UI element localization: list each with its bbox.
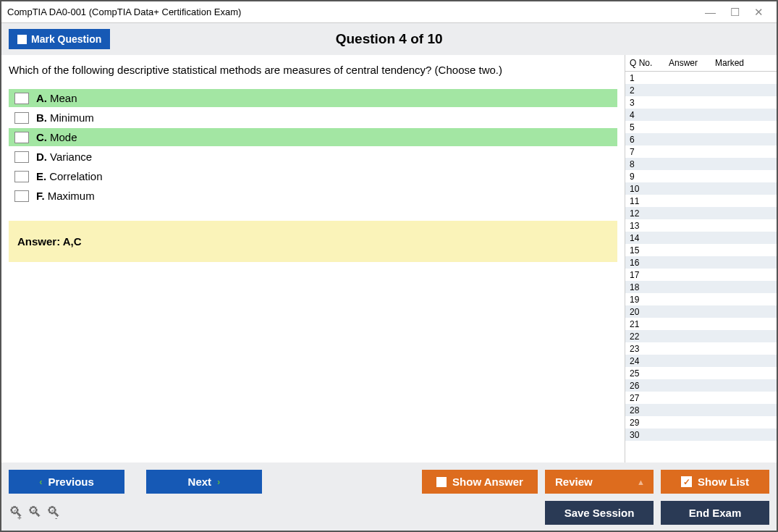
options-list: A. MeanB. MinimumC. ModeD. VarianceE. Co… xyxy=(9,89,617,205)
show-list-button[interactable]: ✓ Show List xyxy=(661,470,769,494)
sidebar-row[interactable]: 20 xyxy=(625,305,777,318)
sidebar-qno: 21 xyxy=(630,319,669,329)
sidebar-qno: 6 xyxy=(630,135,669,145)
sidebar-row[interactable]: 15 xyxy=(625,244,777,256)
option-row[interactable]: A. Mean xyxy=(9,89,617,107)
sidebar-row[interactable]: 28 xyxy=(625,404,777,416)
sidebar-rows[interactable]: 1234567891011121314151617181920212223242… xyxy=(625,72,777,463)
sidebar-row[interactable]: 4 xyxy=(625,109,777,121)
option-letter: D. xyxy=(36,151,47,163)
option-letter: F. xyxy=(36,190,45,202)
sidebar-qno: 16 xyxy=(630,258,669,268)
option-text: Correlation xyxy=(49,170,102,182)
option-checkbox[interactable] xyxy=(14,171,29,182)
sidebar-row[interactable]: 22 xyxy=(625,330,777,342)
sidebar-qno: 7 xyxy=(630,147,669,157)
next-button[interactable]: Next › xyxy=(146,470,262,494)
sidebar-row[interactable]: 7 xyxy=(625,145,777,158)
chevron-right-icon: › xyxy=(217,476,220,487)
footer-row-1: ‹ Previous Next › Show Answer Review ▲ ✓… xyxy=(9,470,769,494)
mark-question-button[interactable]: Mark Question xyxy=(9,29,110,49)
option-row[interactable]: D. Variance xyxy=(9,148,617,166)
sidebar-qno: 13 xyxy=(630,221,669,231)
option-letter: C. xyxy=(36,131,47,143)
sidebar-qno: 10 xyxy=(630,184,669,194)
option-text: Maximum xyxy=(48,190,95,202)
sidebar-qno: 2 xyxy=(630,85,669,96)
option-letter: A. xyxy=(36,92,47,104)
option-text: Variance xyxy=(50,151,92,163)
minimize-icon[interactable]: — xyxy=(698,6,723,18)
save-session-button[interactable]: Save Session xyxy=(545,501,654,525)
option-checkbox[interactable] xyxy=(14,93,29,104)
mark-question-label: Mark Question xyxy=(31,33,101,45)
chevron-left-icon: ‹ xyxy=(39,476,42,487)
sidebar-row[interactable]: 8 xyxy=(625,158,777,170)
sidebar-row[interactable]: 30 xyxy=(625,428,777,441)
option-row[interactable]: F. Maximum xyxy=(9,187,617,205)
sidebar-qno: 4 xyxy=(630,110,669,120)
show-answer-button[interactable]: Show Answer xyxy=(422,470,538,494)
next-label: Next xyxy=(188,476,212,488)
sidebar-qno: 15 xyxy=(630,245,669,256)
option-row[interactable]: C. Mode xyxy=(9,128,617,146)
sidebar-row[interactable]: 5 xyxy=(625,121,777,133)
option-checkbox[interactable] xyxy=(14,112,29,124)
sidebar-row[interactable]: 25 xyxy=(625,367,777,379)
maximize-icon[interactable]: ☐ xyxy=(723,6,747,19)
answer-label: Answer: A,C xyxy=(17,235,82,248)
sidebar-row[interactable]: 13 xyxy=(625,219,777,232)
sidebar-row[interactable]: 10 xyxy=(625,182,777,195)
sidebar-row[interactable]: 3 xyxy=(625,96,777,109)
zoom-reset-icon[interactable]: 🔍︎ xyxy=(28,504,42,522)
sidebar-qno: 19 xyxy=(630,295,669,305)
sidebar-row[interactable]: 27 xyxy=(625,392,777,404)
sidebar-row[interactable]: 14 xyxy=(625,232,777,244)
sidebar-row[interactable]: 24 xyxy=(625,355,777,367)
question-panel: Which of the following descriptive stati… xyxy=(1,55,625,463)
sidebar-row[interactable]: 17 xyxy=(625,269,777,281)
sidebar-qno: 23 xyxy=(630,344,669,354)
zoom-in-icon[interactable]: 🔍︎+ xyxy=(9,504,23,522)
sidebar-row[interactable]: 6 xyxy=(625,133,777,145)
zoom-controls: 🔍︎+ 🔍︎ 🔍︎- xyxy=(9,504,57,522)
option-row[interactable]: E. Correlation xyxy=(9,167,617,185)
sidebar-qno: 14 xyxy=(630,233,669,243)
show-answer-checkbox-icon xyxy=(436,477,447,487)
zoom-out-icon[interactable]: 🔍︎- xyxy=(46,504,57,522)
end-exam-button[interactable]: End Exam xyxy=(661,501,769,525)
option-row[interactable]: B. Minimum xyxy=(9,109,617,127)
sidebar-row[interactable]: 29 xyxy=(625,416,777,428)
sidebar-qno: 18 xyxy=(630,282,669,292)
sidebar-row[interactable]: 21 xyxy=(625,318,777,330)
sidebar-row[interactable]: 19 xyxy=(625,293,777,305)
sidebar-row[interactable]: 9 xyxy=(625,170,777,182)
sidebar-row[interactable]: 11 xyxy=(625,195,777,207)
sidebar-row[interactable]: 23 xyxy=(625,342,777,355)
chevron-up-icon: ▲ xyxy=(637,478,645,486)
show-answer-label: Show Answer xyxy=(452,476,523,488)
sidebar-qno: 27 xyxy=(630,393,669,403)
sidebar-row[interactable]: 16 xyxy=(625,256,777,269)
review-button[interactable]: Review ▲ xyxy=(545,470,654,494)
sidebar-row[interactable]: 1 xyxy=(625,72,777,84)
close-icon[interactable]: ✕ xyxy=(747,6,771,19)
previous-button[interactable]: ‹ Previous xyxy=(9,470,124,494)
sidebar-qno: 29 xyxy=(630,418,669,428)
sidebar-row[interactable]: 2 xyxy=(625,84,777,96)
answer-panel: Answer: A,C xyxy=(9,221,617,262)
sidebar-qno: 24 xyxy=(630,356,669,366)
review-label: Review xyxy=(555,476,593,488)
show-list-label: Show List xyxy=(698,476,749,488)
question-list-sidebar: Q No. Answer Marked 12345678910111213141… xyxy=(625,55,777,463)
col-qno: Q No. xyxy=(630,58,669,68)
sidebar-qno: 5 xyxy=(630,122,669,132)
option-checkbox[interactable] xyxy=(14,132,29,143)
option-checkbox[interactable] xyxy=(14,151,29,163)
sidebar-qno: 22 xyxy=(630,332,669,342)
sidebar-row[interactable]: 12 xyxy=(625,207,777,219)
option-checkbox[interactable] xyxy=(14,190,29,202)
header-bar: Mark Question Question 4 of 10 xyxy=(1,23,777,55)
sidebar-row[interactable]: 26 xyxy=(625,379,777,392)
sidebar-row[interactable]: 18 xyxy=(625,281,777,293)
